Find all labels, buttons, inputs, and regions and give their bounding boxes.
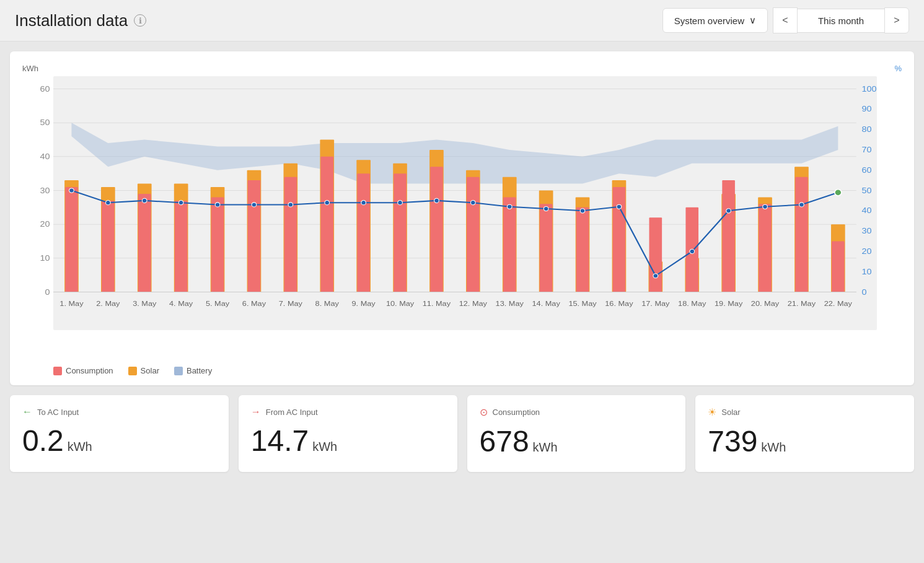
stat-value-from-ac-input: 14.7 kWh [251, 424, 445, 458]
system-overview-label: System overview [674, 15, 744, 26]
svg-point-87 [690, 249, 695, 253]
svg-text:4. May: 4. May [169, 299, 193, 307]
consumption-icon: ⊙ [480, 406, 488, 418]
from-ac-input-icon: → [251, 406, 261, 417]
svg-point-74 [215, 203, 220, 207]
svg-point-81 [470, 201, 475, 205]
svg-text:15. May: 15. May [568, 299, 597, 307]
legend-solar-label: Solar [141, 366, 159, 375]
stat-number-solar: 739 [708, 424, 757, 458]
svg-text:60: 60 [40, 84, 50, 93]
to-ac-input-icon: ← [22, 406, 32, 417]
svg-text:50: 50 [40, 118, 50, 127]
svg-text:11. May: 11. May [423, 299, 451, 307]
legend-consumption: Consumption [53, 366, 113, 375]
stats-row: ← To AC Input 0.2 kWh → From AC Input 14… [10, 395, 914, 472]
legend-battery-color [174, 367, 183, 375]
chart-card: kWh % 0102030405060010203040506070809010… [10, 51, 914, 385]
svg-rect-56 [357, 173, 370, 292]
svg-text:20. May: 20. May [751, 299, 780, 307]
svg-point-72 [142, 198, 147, 203]
svg-rect-68 [795, 177, 808, 292]
svg-marker-25 [71, 123, 838, 183]
stat-value-solar: 739 kWh [708, 424, 902, 458]
stat-label-to-ac-input: To AC Input [37, 408, 79, 417]
stat-card-consumption: ⊙ Consumption 678 kWh [467, 395, 686, 472]
stat-header-from-ac-input: → From AC Input [251, 406, 445, 417]
svg-text:30: 30 [862, 226, 872, 235]
chart-wrapper: kWh % 0102030405060010203040506070809010… [22, 64, 902, 361]
svg-rect-59 [467, 177, 480, 292]
top-bar: Installation data ℹ System overview ∨ < … [0, 0, 924, 41]
svg-point-86 [653, 274, 658, 278]
chart-area: 010203040506001020304050607080901001. Ma… [53, 76, 877, 330]
svg-point-77 [325, 201, 330, 205]
stat-label-solar: Solar [721, 408, 740, 417]
stat-number-from-ac-input: 14.7 [251, 424, 309, 458]
svg-point-71 [105, 201, 110, 205]
next-period-button[interactable]: > [884, 7, 909, 33]
solar-icon: ☀ [708, 406, 716, 418]
svg-rect-62 [576, 207, 589, 292]
stat-card-to-ac-input: ← To AC Input 0.2 kWh [10, 395, 229, 472]
svg-rect-64 [649, 217, 662, 292]
svg-point-90 [799, 203, 804, 207]
svg-text:40: 40 [862, 206, 872, 215]
svg-text:0: 0 [45, 287, 50, 296]
svg-text:50: 50 [862, 185, 872, 194]
stat-header-to-ac-input: ← To AC Input [22, 406, 216, 417]
main-content: kWh % 0102030405060010203040506070809010… [0, 41, 924, 482]
svg-point-76 [288, 203, 293, 207]
svg-text:2. May: 2. May [96, 299, 120, 307]
prev-period-button[interactable]: < [773, 7, 798, 33]
svg-text:20: 20 [40, 219, 50, 229]
svg-text:40: 40 [40, 151, 50, 160]
legend-consumption-label: Consumption [66, 366, 113, 375]
prev-arrow-icon: < [782, 15, 788, 26]
nav-controls: System overview ∨ < This month > [662, 7, 909, 33]
svg-text:30: 30 [40, 185, 50, 194]
svg-text:70: 70 [862, 145, 872, 154]
svg-rect-66 [722, 180, 735, 292]
svg-point-84 [580, 209, 585, 213]
svg-text:17. May: 17. May [641, 299, 670, 307]
svg-text:13. May: 13. May [496, 299, 524, 307]
chevron-down-icon: ∨ [749, 15, 756, 26]
stat-header-solar: ☀ Solar [708, 406, 902, 418]
svg-rect-48 [65, 187, 78, 292]
svg-text:18. May: 18. May [678, 299, 706, 307]
svg-rect-52 [211, 197, 224, 292]
svg-text:90: 90 [862, 104, 872, 113]
svg-rect-54 [284, 177, 297, 292]
svg-rect-50 [138, 194, 151, 292]
svg-point-80 [434, 198, 439, 203]
y-axis-label-kwh: kWh [22, 64, 38, 73]
svg-text:22. May: 22. May [824, 299, 853, 307]
chart-svg: 010203040506001020304050607080901001. Ma… [53, 76, 877, 330]
svg-text:8. May: 8. May [315, 299, 340, 307]
svg-text:10. May: 10. May [386, 299, 415, 307]
svg-point-82 [507, 204, 512, 209]
legend-solar-color [128, 367, 137, 375]
y-axis-label-percent: % [894, 64, 902, 73]
stat-card-solar: ☀ Solar 739 kWh [695, 395, 914, 472]
svg-point-85 [617, 204, 622, 209]
svg-point-92 [835, 190, 842, 196]
stat-unit-solar: kWh [761, 440, 786, 455]
svg-rect-55 [320, 157, 333, 292]
next-arrow-icon: > [894, 15, 899, 26]
chart-legend: Consumption Solar Battery [22, 366, 902, 375]
svg-text:3. May: 3. May [133, 299, 157, 307]
svg-rect-61 [540, 204, 553, 292]
svg-text:6. May: 6. May [242, 299, 266, 307]
svg-text:80: 80 [862, 124, 872, 134]
svg-text:0: 0 [862, 287, 867, 296]
svg-point-83 [543, 206, 548, 211]
system-overview-button[interactable]: System overview ∨ [662, 8, 768, 33]
legend-consumption-color [53, 367, 62, 375]
stat-value-consumption: 678 kWh [480, 424, 674, 458]
svg-rect-58 [430, 167, 443, 292]
title-area: Installation data ℹ [15, 11, 146, 30]
svg-text:10: 10 [862, 266, 872, 276]
info-icon[interactable]: ℹ [134, 14, 146, 27]
